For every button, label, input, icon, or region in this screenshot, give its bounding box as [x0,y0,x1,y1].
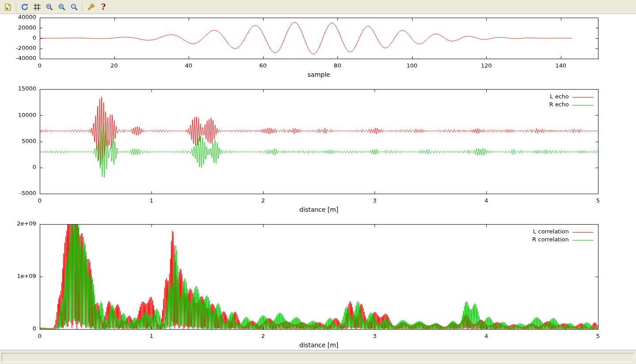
autoscale-button[interactable] [68,1,80,13]
zoom-next-icon [58,3,66,11]
copy-to-clipboard-button[interactable] [2,1,14,13]
wrench-icon [87,3,95,11]
zoom-previous-button[interactable] [44,1,55,13]
correlation-plot-canvas[interactable] [0,221,636,350]
grid-icon [33,3,41,11]
replot-button[interactable] [19,1,30,13]
zoom-previous-icon [45,3,53,11]
toolbar-separator [16,3,17,11]
zoom-reset-icon [70,3,78,11]
configure-button[interactable] [85,1,97,13]
copy-icon [4,3,12,11]
status-field [2,353,634,362]
refresh-icon [21,3,29,11]
toggle-grid-button[interactable] [31,1,43,13]
help-button[interactable]: ? [98,1,109,13]
echo-plot-canvas[interactable] [0,84,636,221]
toolbar-separator [82,3,83,11]
toolbar: ? [0,0,636,14]
zoom-next-button[interactable] [56,1,68,13]
status-bar [0,350,636,364]
gnuplot-window: ? [0,0,636,364]
help-icon: ? [101,2,106,11]
plot-area [0,14,636,350]
waveform-plot-canvas[interactable] [0,14,636,84]
